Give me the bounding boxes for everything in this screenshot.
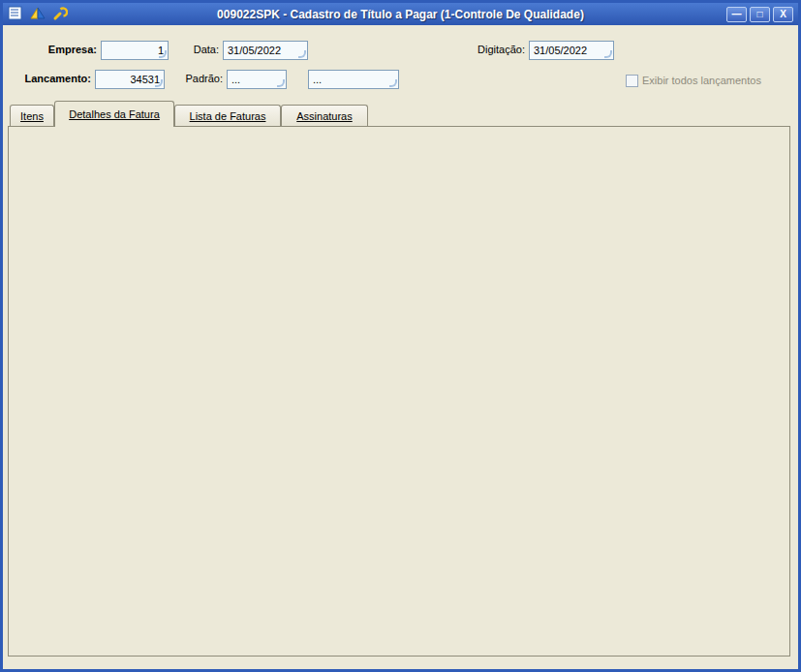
- tab-detalhes-da-fatura[interactable]: Detalhes da Fatura: [54, 101, 174, 127]
- report-icon: [8, 6, 23, 23]
- wrench-icon: [52, 6, 68, 23]
- tab-itens[interactable]: Itens: [10, 105, 54, 126]
- window-controls: — □ X: [726, 7, 798, 22]
- application-window: 009022SPK - Cadastro de Título a Pagar (…: [0, 0, 801, 672]
- title-bar: 009022SPK - Cadastro de Título a Pagar (…: [3, 3, 798, 25]
- exibir-checkbox[interactable]: [626, 75, 638, 87]
- lancamento-field[interactable]: 34531: [95, 70, 165, 89]
- exibir-label: Exibir todos lançamentos: [642, 74, 761, 88]
- empresa-field[interactable]: 1: [101, 41, 169, 60]
- data-label: Data:: [170, 43, 219, 57]
- padrao-field-2[interactable]: ...: [308, 70, 399, 89]
- title-bar-icons: [3, 6, 68, 23]
- data-field[interactable]: 31/05/2022: [223, 41, 308, 60]
- app-logo-icon: [29, 6, 46, 23]
- padrao-field-1[interactable]: ...: [227, 70, 287, 89]
- digitacao-field[interactable]: 31/05/2022: [529, 41, 614, 60]
- maximize-button[interactable]: □: [750, 7, 770, 22]
- empresa-label: Empresa:: [17, 43, 97, 57]
- tab-panel: [8, 126, 790, 657]
- minimize-button[interactable]: —: [726, 7, 747, 22]
- lancamento-label: Lancamento:: [2, 72, 91, 86]
- tab-assinaturas[interactable]: Assinaturas: [281, 105, 368, 126]
- tab-lista-de-faturas[interactable]: Lista de Faturas: [174, 105, 281, 126]
- digitacao-label: Digitação:: [446, 43, 525, 57]
- padrao-label: Padrão:: [167, 72, 223, 86]
- close-button[interactable]: X: [773, 7, 793, 22]
- window-title: 009022SPK - Cadastro de Título a Pagar (…: [3, 8, 798, 21]
